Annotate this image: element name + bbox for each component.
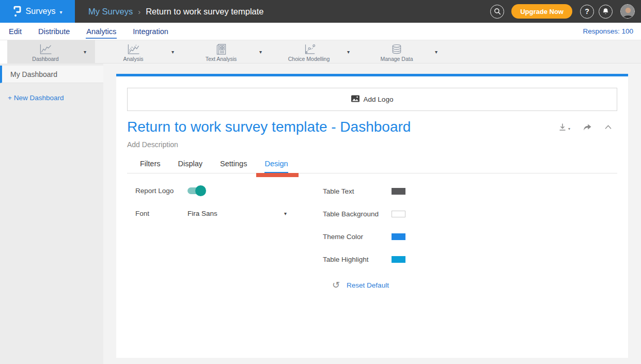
- help-button[interactable]: ?: [580, 5, 594, 19]
- dashboard-card: Add Logo Return to work survey template …: [116, 74, 628, 358]
- add-logo-dropzone[interactable]: Add Logo: [127, 88, 617, 111]
- toggle-knob: [195, 185, 206, 196]
- toolbar-item-dashboard[interactable]: Dashboard ▾: [7, 40, 95, 63]
- survey-nav-tabs: Edit Distribute Analytics Integration: [8, 23, 184, 40]
- design-color-column: Table Text Table Background Theme Color: [323, 187, 405, 278]
- report-logo-row: Report Logo: [135, 187, 287, 195]
- responses-count[interactable]: Responses: 100: [583, 27, 633, 35]
- dashboard-settings-tabs: Filters Display Settings Design: [127, 160, 617, 173]
- database-icon: [390, 43, 403, 55]
- download-icon: [558, 123, 567, 131]
- main-content-area: Add Logo Return to work survey template …: [103, 64, 641, 364]
- text-document-icon: [215, 43, 227, 55]
- topbar-actions: Upgrade Now ?: [490, 4, 635, 19]
- table-highlight-swatch[interactable]: [392, 256, 405, 263]
- download-caret-icon: ▾: [568, 126, 570, 131]
- table-background-swatch[interactable]: [392, 211, 405, 217]
- font-dropdown-caret-icon: ▾: [284, 211, 287, 216]
- questionpro-logo-icon: [13, 5, 22, 18]
- breadcrumb-separator: ›: [138, 7, 140, 16]
- report-logo-label: Report Logo: [135, 187, 187, 195]
- theme-color-swatch[interactable]: [392, 233, 405, 240]
- share-button[interactable]: [583, 123, 592, 131]
- tab-settings[interactable]: Settings: [220, 160, 247, 173]
- line-chart-icon: [38, 43, 53, 55]
- tab-design[interactable]: Design: [264, 160, 288, 173]
- reset-default-button[interactable]: ↺ Reset Default: [332, 280, 389, 290]
- tab-display[interactable]: Display: [178, 160, 202, 173]
- table-text-swatch[interactable]: [392, 188, 405, 195]
- avatar-photo: [621, 5, 635, 19]
- download-button[interactable]: ▾: [558, 123, 570, 131]
- share-icon: [583, 123, 592, 131]
- report-logo-toggle[interactable]: [187, 187, 204, 194]
- dashboard-title[interactable]: Return to work survey template - Dashboa…: [127, 119, 411, 135]
- search-button[interactable]: [490, 5, 504, 19]
- image-icon: [351, 95, 359, 104]
- table-background-color-row[interactable]: Table Background: [323, 210, 405, 218]
- product-switcher[interactable]: Surveys ▾: [0, 0, 75, 23]
- app-window: Surveys ▾ My Surveys › Return to work su…: [0, 0, 641, 364]
- analysis-dropdown-caret[interactable]: ▾: [171, 49, 183, 55]
- analysis-chart-icon: [126, 43, 140, 55]
- reset-icon: ↺: [332, 280, 340, 290]
- nav-tab-analytics[interactable]: Analytics: [86, 23, 117, 40]
- nav-tab-distribute[interactable]: Distribute: [38, 23, 70, 40]
- top-bar: Surveys ▾ My Surveys › Return to work su…: [0, 0, 641, 23]
- breadcrumb-current-survey: Return to work survey template: [146, 7, 263, 17]
- new-dashboard-button[interactable]: + New Dashboard: [8, 94, 103, 102]
- toolbar-item-choice-modelling[interactable]: Choice Modelling ▾: [271, 40, 358, 63]
- add-description-field[interactable]: Add Description: [127, 140, 617, 149]
- user-avatar[interactable]: [620, 4, 635, 19]
- add-logo-label: Add Logo: [364, 96, 394, 103]
- design-left-column: Report Logo Font Fira Sans ▾: [135, 187, 287, 217]
- table-highlight-color-row[interactable]: Table Highlight: [323, 256, 405, 263]
- design-panel: Report Logo Font Fira Sans ▾: [127, 173, 617, 318]
- collapse-button[interactable]: [604, 124, 612, 130]
- question-mark-icon: ?: [585, 7, 589, 15]
- product-name: Surveys: [26, 7, 56, 16]
- bell-icon: [602, 8, 609, 15]
- reset-default-label: Reset Default: [347, 281, 389, 289]
- chevron-up-icon: [604, 124, 612, 130]
- font-label: Font: [135, 210, 187, 217]
- search-icon: [494, 8, 501, 15]
- dashboard-sidebar: My Dashboard + New Dashboard: [0, 64, 103, 364]
- font-select[interactable]: Fira Sans ▾: [187, 210, 287, 217]
- dashboard-dropdown-caret[interactable]: ▾: [84, 49, 95, 55]
- breadcrumb-my-surveys[interactable]: My Surveys: [88, 7, 133, 17]
- manage-data-dropdown-caret[interactable]: ▾: [435, 49, 446, 55]
- theme-color-row[interactable]: Theme Color: [323, 233, 405, 241]
- sidebar-item-my-dashboard[interactable]: My Dashboard: [0, 66, 103, 83]
- analytics-toolbar: Dashboard ▾ Analysis ▾: [7, 40, 641, 64]
- toolbar-item-manage-data[interactable]: Manage Data ▾: [358, 40, 446, 63]
- choice-modelling-dropdown-caret[interactable]: ▾: [347, 49, 358, 55]
- survey-nav-bar: Edit Distribute Analytics Integration Re…: [0, 23, 641, 40]
- product-caret-icon: ▾: [59, 9, 62, 15]
- upgrade-now-button[interactable]: Upgrade Now: [511, 4, 572, 19]
- breadcrumb: My Surveys › Return to work survey templ…: [88, 7, 490, 17]
- scatter-chart-icon: [302, 43, 316, 55]
- font-selected-value: Fira Sans: [187, 210, 217, 217]
- tab-filters[interactable]: Filters: [140, 160, 160, 173]
- toolbar-item-text-analysis[interactable]: Text Analysis ▾: [183, 40, 271, 63]
- table-text-color-row[interactable]: Table Text: [323, 187, 405, 195]
- dashboard-actions: ▾: [558, 123, 612, 131]
- notifications-button[interactable]: [599, 5, 613, 19]
- font-row: Font Fira Sans ▾: [135, 210, 287, 217]
- nav-tab-edit[interactable]: Edit: [8, 23, 22, 40]
- nav-tab-integration[interactable]: Integration: [132, 23, 169, 40]
- toolbar-item-analysis[interactable]: Analysis ▾: [95, 40, 183, 63]
- text-analysis-dropdown-caret[interactable]: ▾: [259, 49, 271, 55]
